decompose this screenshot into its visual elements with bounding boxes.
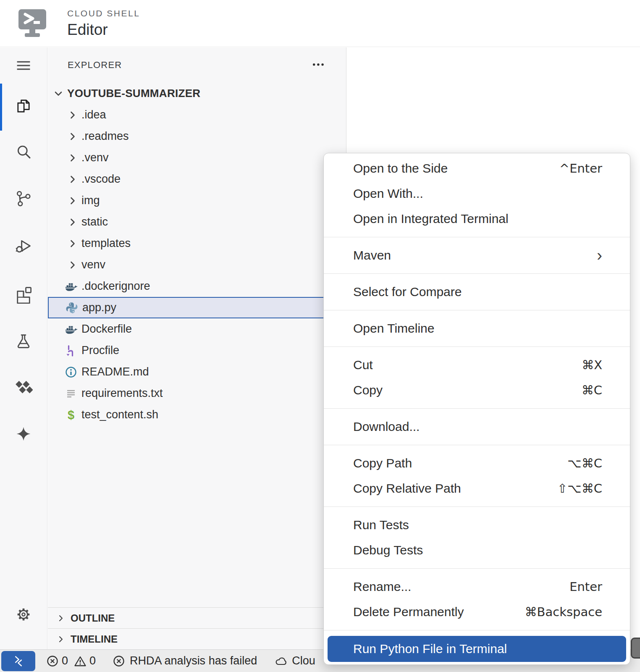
tree-folder-static[interactable]: static — [48, 211, 346, 233]
problems-status[interactable]: 0 0 — [46, 654, 96, 667]
explorer-title: EXPLORER — [68, 60, 122, 71]
error-circle-icon — [113, 655, 125, 667]
page-title: Editor — [67, 21, 108, 39]
python-icon — [66, 302, 78, 314]
menu-item-shortcut: ⌥⌘C — [567, 456, 602, 470]
run-debug-icon[interactable] — [13, 236, 34, 256]
menu-item-label: Cut — [353, 358, 373, 372]
chevron-right-icon — [67, 238, 78, 249]
files-icon[interactable] — [13, 96, 34, 116]
menu-item-shortcut: ^Enter — [559, 161, 602, 176]
shell-icon: $ — [65, 409, 77, 421]
tree-file-requirements-txt[interactable]: requirements.txt — [48, 383, 346, 404]
testing-icon[interactable] — [13, 331, 34, 352]
menu-item-label: Open in Integrated Terminal — [353, 212, 509, 226]
tree-folder-venv[interactable]: venv — [48, 254, 346, 276]
chevron-right-icon — [67, 195, 78, 206]
tree-file-procfile[interactable]: Procfile — [48, 340, 346, 361]
tree-folder-img[interactable]: img — [48, 190, 346, 211]
menu-separator — [324, 310, 630, 310]
settings-gear-icon[interactable] — [13, 604, 34, 625]
menu-item-copy[interactable]: Copy⌘C — [324, 378, 630, 403]
tree-folder-vscode[interactable]: .vscode — [48, 168, 346, 190]
menu-item-label: Copy — [353, 383, 383, 397]
gemini-icon[interactable] — [13, 424, 34, 444]
item-label: .readmes — [81, 130, 129, 143]
menu-separator — [324, 237, 630, 237]
menu-item-copy-relative-path[interactable]: Copy Relative Path⇧⌥⌘C — [324, 476, 630, 501]
menu-item-open-to-the-side[interactable]: Open to the Side^Enter — [324, 156, 630, 181]
section-label: OUTLINE — [71, 612, 115, 624]
tree-folder-idea[interactable]: .idea — [48, 104, 346, 126]
explorer-panel: EXPLORER YOUTUBE-SUMMARIZER.idea.readmes… — [48, 47, 346, 649]
tree-file-test-content-sh[interactable]: $test_content.sh — [48, 404, 346, 425]
cut-off-corner-box[interactable] — [631, 638, 640, 659]
tree-folder-readmes[interactable]: .readmes — [48, 126, 346, 147]
tree-file-readme-md[interactable]: README.md — [48, 361, 346, 383]
menu-separator — [324, 507, 630, 507]
menu-separator — [324, 273, 630, 274]
remote-indicator[interactable] — [1, 651, 35, 671]
section-timeline[interactable]: TIMELINE — [48, 628, 346, 649]
more-actions-icon[interactable] — [312, 61, 326, 68]
menu-item-run-tests[interactable]: Run Tests — [324, 512, 630, 538]
warning-icon — [74, 655, 87, 667]
error-count: 0 — [62, 654, 68, 667]
menu-icon[interactable] — [13, 55, 34, 76]
chevron-down-icon — [53, 88, 64, 99]
active-view-indicator — [0, 84, 2, 131]
item-label: static — [81, 215, 108, 228]
chevron-right-icon — [67, 260, 78, 270]
activity-bar — [0, 47, 47, 649]
menu-item-run-python-file-in-terminal[interactable]: Run Python File in Terminal — [328, 636, 626, 662]
menu-separator — [324, 568, 630, 569]
heroku-icon — [65, 344, 77, 357]
tree-file-dockerignore[interactable]: .dockerignore — [48, 276, 346, 297]
menu-item-label: Copy Path — [353, 456, 412, 470]
app-name: CLOUD SHELL — [67, 8, 140, 18]
menu-item-cut[interactable]: Cut⌘X — [324, 352, 630, 378]
search-icon[interactable] — [13, 142, 34, 163]
extensions-icon[interactable] — [13, 284, 34, 304]
tree-root[interactable]: YOUTUBE-SUMMARIZER — [48, 83, 346, 104]
menu-item-copy-path[interactable]: Copy Path⌥⌘C — [324, 451, 630, 476]
text-lines-icon — [65, 387, 77, 400]
menu-item-delete-permanently[interactable]: Delete Permanently⌘Backspace — [324, 599, 630, 625]
menu-item-open-timeline[interactable]: Open Timeline — [324, 316, 630, 341]
menu-item-debug-tests[interactable]: Debug Tests — [324, 538, 630, 563]
menu-item-select-for-compare[interactable]: Select for Compare — [324, 279, 630, 304]
item-label: img — [81, 194, 100, 207]
cloud-code-icon[interactable] — [13, 378, 34, 398]
info-icon — [65, 366, 77, 378]
item-label: YOUTUBE-SUMMARIZER — [67, 87, 200, 100]
source-control-icon[interactable] — [13, 189, 34, 209]
chevron-right-icon — [67, 217, 78, 228]
cloud-shell-logo — [18, 9, 46, 39]
section-outline[interactable]: OUTLINE — [48, 607, 346, 628]
rhda-status[interactable]: RHDA analysis has failed — [113, 654, 257, 667]
menu-item-label: Open Timeline — [353, 321, 434, 336]
docker-icon — [65, 323, 77, 336]
tree-file-dockerfile[interactable]: Dockerfile — [48, 318, 346, 340]
menu-separator — [324, 346, 630, 347]
warning-count: 0 — [89, 654, 96, 667]
menu-item-shortcut: Enter — [569, 580, 602, 594]
tree-folder-venv[interactable]: .venv — [48, 147, 346, 168]
submenu-chevron-icon: › — [597, 249, 602, 262]
menu-item-open-in-integrated-terminal[interactable]: Open in Integrated Terminal — [324, 206, 630, 231]
menu-item-open-with[interactable]: Open With... — [324, 181, 630, 206]
menu-item-label: Rename... — [353, 580, 411, 594]
chevron-right-icon — [56, 614, 66, 623]
item-label: app.py — [82, 301, 116, 314]
menu-item-label: Delete Permanently — [353, 605, 464, 619]
rhda-message: RHDA analysis has failed — [130, 654, 257, 667]
cloud-icon — [275, 655, 287, 667]
menu-item-download[interactable]: Download... — [324, 414, 630, 439]
tree-folder-templates[interactable]: templates — [48, 233, 346, 254]
menu-item-label: Open to the Side — [353, 161, 448, 176]
tree-file-app-py[interactable]: app.py — [48, 297, 346, 318]
menu-item-maven[interactable]: Maven› — [324, 243, 630, 268]
menu-item-label: Open With... — [353, 186, 423, 201]
cloud-code-status[interactable]: Clou — [275, 654, 315, 667]
menu-item-rename[interactable]: Rename...Enter — [324, 574, 630, 599]
